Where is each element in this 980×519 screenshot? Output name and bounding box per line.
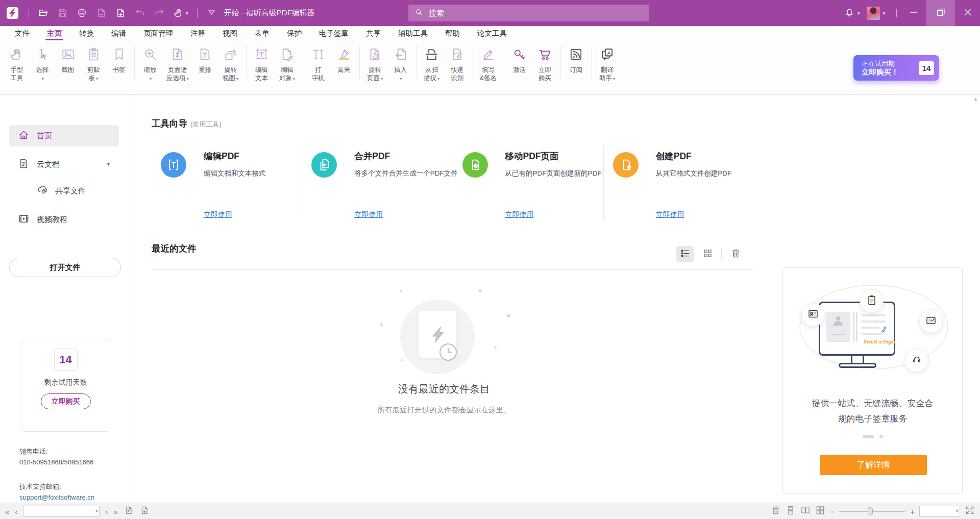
buy-now-button[interactable]: 立即购买 — [41, 393, 91, 409]
list-view-button[interactable] — [676, 246, 694, 262]
account-menu[interactable]: ▾ — [867, 7, 885, 20]
grid-view-button[interactable] — [699, 246, 716, 262]
continuous-view-button[interactable] — [786, 505, 796, 517]
ribbon-quick-ocr-label: 快速识别 — [451, 66, 463, 82]
tab-help[interactable]: 帮助 — [436, 26, 469, 40]
tab-home[interactable]: 主页 — [38, 26, 70, 40]
tab-comment[interactable]: 注释 — [182, 26, 214, 40]
ribbon-select-button[interactable]: 选择▾ — [30, 44, 55, 83]
ribbon-reflow-button[interactable]: 重排 — [192, 44, 218, 74]
support-email-link[interactable]: support@foxitsoftware.cn — [19, 493, 94, 501]
ribbon-rotate-pages-button[interactable]: 旋转页面▾ — [362, 44, 388, 83]
divider — [359, 46, 360, 79]
zoom-percent-input[interactable] — [919, 506, 960, 517]
ribbon-snapshot-button[interactable]: 截图 — [55, 44, 81, 74]
use-now-link[interactable]: 立即使用 — [204, 210, 232, 219]
carousel-dot[interactable] — [879, 435, 883, 438]
zoom-in-button[interactable]: + — [910, 508, 915, 515]
use-now-link[interactable]: 立即使用 — [505, 210, 534, 219]
continuous-facing-view-button[interactable] — [815, 505, 825, 517]
tab-form[interactable]: 表单 — [246, 26, 278, 40]
sidebar-item-video-tutorials[interactable]: 视频教程 — [9, 209, 119, 230]
open-quick-button[interactable] — [38, 8, 48, 18]
previous-view-button[interactable] — [124, 505, 134, 517]
close-doc-quick-button[interactable] — [96, 8, 107, 18]
tab-protect[interactable]: 保护 — [278, 26, 310, 40]
tab-view[interactable]: 视图 — [214, 26, 246, 40]
notifications-button[interactable]: ▾ — [844, 7, 860, 20]
ribbon-highlight-button[interactable]: 高亮 — [331, 44, 357, 74]
learn-more-button[interactable]: 了解详情 — [820, 455, 927, 475]
ribbon-rotate-view-button[interactable]: 旋转视图▾ — [218, 44, 243, 83]
ribbon-activate-button[interactable]: 激活 — [507, 44, 532, 74]
print-quick-button[interactable] — [77, 8, 87, 18]
tab-edit[interactable]: 编辑 — [103, 26, 135, 40]
tab-paper-tools[interactable]: 论文工具 — [469, 26, 516, 40]
undo-quick-button[interactable] — [135, 8, 145, 18]
ribbon-clipboard-button[interactable]: 剪贴板▾ — [81, 44, 106, 83]
page-number-input[interactable] — [23, 506, 100, 517]
global-search[interactable] — [408, 5, 649, 21]
clipboard-badge — [860, 289, 884, 313]
caret-down-icon[interactable]: ▾ — [95, 509, 97, 513]
caret-down-icon[interactable]: ▾ — [956, 509, 958, 513]
sidebar-item-shared-files[interactable]: 共享文件 — [9, 180, 119, 202]
previous-page-button[interactable]: ‹ — [15, 508, 17, 515]
collapse-toolbar-quick-button[interactable] — [206, 8, 217, 18]
zoom-slider[interactable] — [839, 511, 905, 512]
scrollbar-up-arrow[interactable]: ▲ — [973, 96, 978, 102]
hand-quick-quick-button[interactable]: ▾ — [174, 8, 188, 18]
avatar[interactable] — [867, 7, 880, 20]
tab-share[interactable]: 共享 — [357, 26, 389, 40]
ribbon-quick-ocr-button[interactable]: OCR快速识别 — [445, 44, 470, 82]
dot-decoration — [507, 314, 510, 317]
ribbon-edit-text-button[interactable]: 编辑文本 — [249, 44, 275, 82]
zoom-out-button[interactable]: − — [830, 508, 835, 515]
sidebar-item-home[interactable]: 首页 — [9, 125, 119, 146]
ribbon-subscribe-button[interactable]: 订阅 — [564, 44, 589, 74]
ribbon-buy-now-button[interactable]: 立即购买 — [532, 44, 558, 82]
ribbon-typewriter-button[interactable]: 打字机 — [306, 44, 331, 82]
ribbon-zoom-button[interactable]: 缩放▾ — [137, 44, 163, 83]
tab-accessibility[interactable]: 辅助工具 — [389, 26, 436, 40]
ribbon-zoom-label: 缩放▾ — [144, 66, 157, 83]
single-page-view-button[interactable] — [771, 505, 781, 517]
folder-open-icon — [38, 8, 48, 18]
facing-view-button[interactable] — [800, 505, 811, 517]
move-pdf-pages-icon — [462, 152, 488, 178]
ribbon-insert-button[interactable]: 插入▾ — [388, 44, 413, 83]
new-doc-quick-button[interactable] — [115, 8, 126, 18]
tab-convert[interactable]: 转换 — [70, 26, 103, 40]
use-now-link[interactable]: 立即使用 — [656, 210, 684, 219]
tool-card-edit-pdf: 编辑PDF编辑文档和文本格式立即使用 — [152, 145, 302, 222]
restore-button[interactable] — [926, 0, 955, 26]
ribbon-hand-tool-button[interactable]: 手型工具 — [4, 44, 30, 82]
minimize-button[interactable] — [901, 0, 926, 26]
tab-file[interactable]: 文件 — [6, 26, 38, 40]
ribbon-translate-button[interactable]: A翻译助手▾ — [595, 44, 620, 83]
sidebar-item-cloud-docs[interactable]: 云文档▼ — [9, 154, 119, 175]
zoom-slider-thumb[interactable] — [868, 507, 873, 515]
fullscreen-icon[interactable] — [965, 505, 975, 517]
redo-quick-button[interactable] — [154, 8, 165, 18]
ribbon-fill-sign-button[interactable]: 填写&签名 — [476, 44, 501, 82]
first-page-button[interactable]: « — [5, 508, 9, 515]
clear-recent-button[interactable] — [727, 246, 744, 262]
trial-purchase-badge[interactable]: 正在试用期 立即购买！ 14 — [853, 55, 939, 81]
ribbon-fit-page-button[interactable]: 页面适应选项▾ — [163, 44, 192, 83]
tab-page-manage[interactable]: 页面管理 — [135, 26, 182, 40]
close-button[interactable] — [955, 0, 980, 26]
page-number-field: ▾ — [23, 506, 100, 517]
ribbon-bookmark-button[interactable]: 书签 — [106, 44, 132, 74]
carousel-dot-active[interactable] — [863, 435, 874, 438]
save-quick-button[interactable] — [57, 8, 68, 18]
open-file-button[interactable]: 打开文件 — [9, 258, 121, 277]
next-page-button[interactable]: › — [105, 508, 108, 515]
search-input[interactable] — [428, 8, 643, 18]
ribbon-edit-object-button[interactable]: 编辑对象▾ — [275, 44, 300, 83]
last-page-button[interactable]: » — [113, 508, 117, 515]
ribbon-from-scanner-button[interactable]: 从扫描仪▾ — [419, 44, 445, 83]
use-now-link[interactable]: 立即使用 — [354, 210, 383, 219]
tab-esign[interactable]: 电子签章 — [310, 26, 357, 40]
next-view-button[interactable] — [139, 505, 150, 517]
